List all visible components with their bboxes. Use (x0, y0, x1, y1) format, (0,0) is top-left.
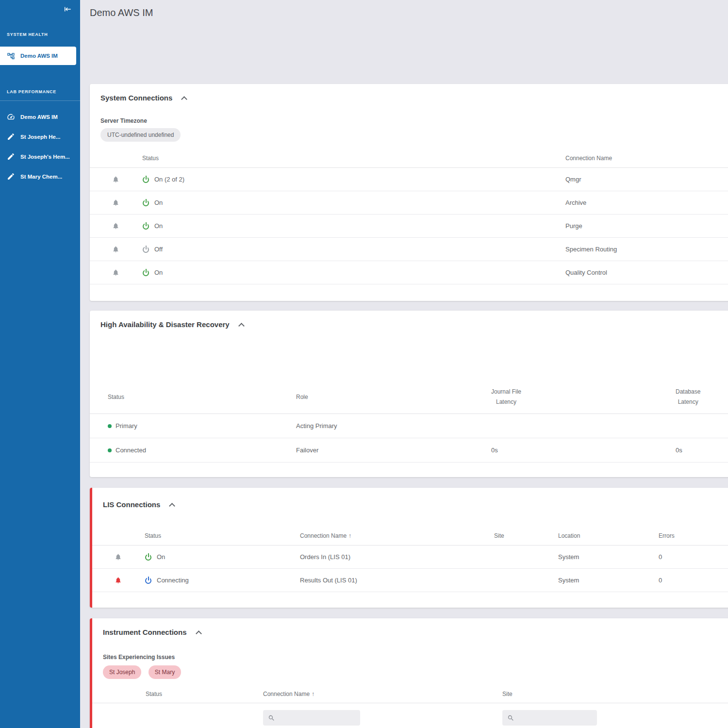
column-header-connection-name: Connection Name (565, 155, 728, 162)
column-header-connection-name[interactable]: Connection Name↑ (263, 691, 502, 697)
sidebar-item-label: Demo AWS IM (20, 114, 58, 120)
alert-bell-icon[interactable] (115, 577, 122, 584)
power-on-icon (142, 222, 149, 230)
instrument-connections-card: Instrument Connections Sites Experiencin… (90, 618, 728, 728)
sidebar-collapse-button[interactable] (63, 5, 74, 16)
ha-dr-header[interactable]: High Availability & Disaster Recovery (90, 311, 728, 332)
network-tree-icon (7, 52, 15, 60)
bell-icon[interactable] (112, 176, 119, 183)
chevron-up-icon[interactable] (196, 630, 202, 637)
card-title: LIS Connections (103, 500, 160, 509)
lis-connections-header[interactable]: LIS Connections (92, 488, 728, 513)
power-on-icon (142, 176, 149, 183)
filter-row (92, 703, 728, 726)
bell-icon[interactable] (115, 553, 122, 561)
errors-value: 0 (659, 577, 728, 584)
bell-icon[interactable] (112, 246, 119, 253)
server-timezone-chip: UTC-undefined undefined (100, 128, 181, 142)
chevron-up-icon[interactable] (182, 96, 188, 102)
role-text: Failover (296, 447, 491, 454)
column-header-location: Location (558, 532, 659, 539)
bell-icon[interactable] (112, 199, 119, 206)
sidebar: SYSTEM HEALTH Demo AWS IM LAB PERFORMANC… (0, 0, 80, 728)
table-row: Connecting Results Out (LIS 01) System 0 (92, 569, 728, 592)
power-on-icon (142, 199, 149, 206)
search-icon (268, 714, 275, 722)
table-row: On Orders In (LIS 01) System 0 (92, 546, 728, 569)
column-header-journal-latency: Journal FileLatency (491, 387, 676, 407)
card-title: Instrument Connections (103, 628, 187, 636)
status-text: On (157, 553, 165, 561)
table-header-row: Status Connection Name↑ Site Location Er… (92, 526, 728, 546)
status-text: Connected (116, 447, 146, 454)
status-text: On (154, 269, 163, 276)
lab-performance-nav: Demo AWS IM St Joseph He... St Joseph's … (0, 107, 80, 186)
site-filter-input[interactable] (502, 710, 597, 726)
gauge-icon (7, 113, 15, 121)
column-header-role: Role (296, 394, 491, 400)
sidebar-item-demo-aws-im-lab[interactable]: Demo AWS IM (0, 107, 80, 127)
status-text: Off (154, 246, 163, 253)
status-text: On (154, 222, 163, 230)
bell-icon[interactable] (112, 269, 119, 276)
connection-name-filter-input[interactable] (263, 710, 360, 726)
column-header-status: Status (90, 394, 296, 400)
system-connections-table: Status Connection Name On (2 of 2) Qmgr … (90, 149, 728, 284)
sidebar-item-st-mary-chem[interactable]: St Mary Chem... (0, 166, 80, 186)
column-header-status: Status (145, 532, 300, 539)
table-row: On Purge (90, 215, 728, 238)
pencil-icon (7, 172, 15, 181)
green-status-dot-icon (108, 448, 112, 452)
sidebar-item-label: Demo AWS IM (20, 53, 58, 59)
sidebar-item-st-josephs-hem[interactable]: St Joseph's Hem... (0, 147, 80, 166)
column-header-site: Site (502, 691, 728, 697)
table-row: Off Specimen Routing (90, 238, 728, 261)
column-header-status: Status (92, 691, 263, 697)
server-timezone-label: Server Timezone (90, 106, 728, 128)
system-connections-card: System Connections Server Timezone UTC-u… (90, 84, 728, 301)
ha-dr-card: High Availability & Disaster Recovery St… (90, 311, 728, 477)
status-text: Connecting (157, 577, 189, 584)
location-value: System (558, 553, 659, 561)
connection-name: Orders In (LIS 01) (300, 553, 494, 561)
main-content: Demo AWS IM System Connections Server Ti… (80, 0, 728, 728)
database-latency-value: 0s (676, 447, 728, 454)
collapse-left-icon (63, 5, 72, 14)
table-row: Primary Acting Primary (90, 414, 728, 438)
sort-ascending-icon[interactable]: ↑ (312, 691, 314, 697)
sidebar-item-label: St Joseph's Hem... (20, 154, 70, 160)
pencil-icon (7, 132, 15, 141)
lis-connections-card: LIS Connections Status Connection Name↑ … (90, 488, 728, 608)
connection-name: Archive (565, 199, 728, 206)
sidebar-item-st-joseph-he[interactable]: St Joseph He... (0, 127, 80, 147)
instrument-connections-table: Status Connection Name↑ Site (92, 685, 728, 726)
issue-chips: St Joseph St Mary (92, 665, 728, 679)
lis-connections-table: Status Connection Name↑ Site Location Er… (92, 526, 728, 592)
sites-experiencing-issues-label: Sites Experiencing Issues (92, 640, 728, 665)
sidebar-item-label: St Mary Chem... (20, 174, 62, 180)
sort-ascending-icon[interactable]: ↑ (348, 532, 351, 539)
pencil-icon (7, 152, 15, 161)
chevron-up-icon[interactable] (238, 323, 245, 329)
table-row: Connected Failover 0s 0s (90, 438, 728, 463)
system-connections-header[interactable]: System Connections (90, 84, 728, 106)
connection-name: Specimen Routing (565, 246, 728, 253)
card-title: System Connections (100, 94, 172, 102)
chevron-up-icon[interactable] (169, 503, 175, 509)
column-header-database-latency: DatabaseLatency (676, 387, 728, 407)
errors-value: 0 (659, 553, 728, 561)
instrument-connections-header[interactable]: Instrument Connections (92, 618, 728, 640)
column-header-connection-name[interactable]: Connection Name↑ (300, 532, 494, 539)
bell-icon[interactable] (112, 222, 119, 230)
connection-name: Results Out (LIS 01) (300, 577, 494, 584)
spacer (90, 332, 728, 373)
sidebar-item-demo-aws-im-system-health[interactable]: Demo AWS IM (0, 47, 76, 65)
sidebar-item-label: St Joseph He... (20, 134, 60, 140)
card-title: High Availability & Disaster Recovery (100, 320, 230, 329)
power-off-icon (142, 246, 149, 253)
status-text: On (154, 199, 163, 206)
connection-name: Quality Control (565, 269, 728, 276)
connection-name: Purge (565, 222, 728, 230)
connection-name: Qmgr (565, 176, 728, 183)
location-value: System (558, 577, 659, 584)
